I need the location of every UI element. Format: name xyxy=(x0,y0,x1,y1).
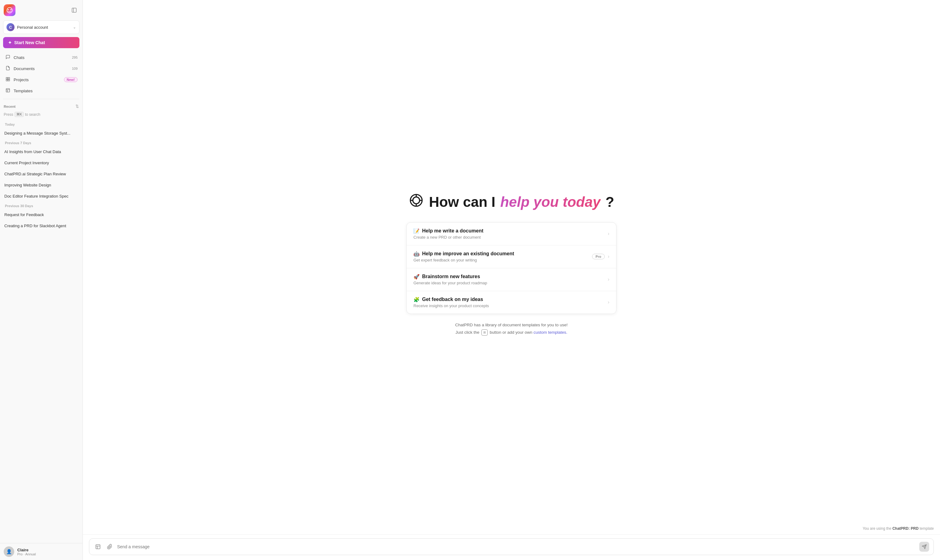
chat-item[interactable]: Designing a Message Storage Syst... ⋯ xyxy=(1,128,81,138)
sidebar-item-documents[interactable]: Documents 109 xyxy=(2,63,81,74)
chat-item[interactable]: Request for Feedback ⋯ xyxy=(1,209,81,220)
write-doc-subtitle: Create a new PRD or other document xyxy=(414,235,483,240)
templates-label: Templates xyxy=(14,89,33,93)
recent-sort-icon: ⇅ xyxy=(76,104,79,109)
action-card-brainstorm[interactable]: 🚀 Brainstorm new features Generate ideas… xyxy=(407,268,616,291)
action-card-get-feedback[interactable]: 🧩 Get feedback on my ideas Receive insig… xyxy=(407,291,616,314)
template-hint: ChatPRD has a library of document templa… xyxy=(455,322,568,337)
user-avatar: 👤 xyxy=(4,546,14,557)
template-hint-line2-prefix: Just click the xyxy=(455,330,479,335)
hero-highlight: help you today xyxy=(500,194,601,210)
improve-doc-title: Help me improve an existing document xyxy=(422,251,514,257)
chevron-right-icon: › xyxy=(608,254,610,259)
chat-item-title: ChatPRD.ai Strategic Plan Review xyxy=(4,172,71,176)
svg-point-1 xyxy=(8,9,9,10)
svg-rect-5 xyxy=(6,77,8,79)
recent-label: Recent xyxy=(4,105,15,108)
search-shortcut-key: ⌘K xyxy=(14,112,24,117)
chevron-right-icon: › xyxy=(608,231,610,237)
action-card-improve-document[interactable]: 🤖 Help me improve an existing document G… xyxy=(407,245,616,268)
chat-item-title: Designing a Message Storage Syst... xyxy=(4,131,71,135)
chevron-right-icon: › xyxy=(608,277,610,282)
custom-templates-link[interactable]: custom templates. xyxy=(534,330,568,335)
chat-item-title: Creating a PRD for Slackbot Agent xyxy=(4,223,71,228)
template-icon: ⊞ xyxy=(482,329,488,335)
footer-prefix: You are using the xyxy=(863,526,892,531)
chat-item[interactable]: Doc Editor Feature Integration Spec ⋯ xyxy=(1,191,81,202)
nav-items: Chats 295 Documents 109 Projects New! xyxy=(0,52,82,96)
time-group-30days: Previous 30 Days xyxy=(1,202,81,209)
svg-rect-8 xyxy=(8,79,9,81)
pro-badge: Pro xyxy=(592,254,604,259)
time-group-7days: Previous 7 Days xyxy=(1,138,81,146)
recent-section-header: Recent ⇅ xyxy=(0,102,82,110)
recent-list: Today Designing a Message Storage Syst..… xyxy=(0,120,82,543)
app-logo xyxy=(4,4,15,16)
template-picker-button[interactable] xyxy=(94,542,102,551)
start-new-chat-label: Start New Chat xyxy=(14,40,45,45)
svg-rect-7 xyxy=(6,79,8,81)
time-group-today: Today xyxy=(1,120,81,128)
hero-prefix: How can I xyxy=(429,194,495,210)
write-doc-title: Help me write a document xyxy=(422,228,483,234)
sidebar-footer: 👤 Claire Pro · Annual xyxy=(0,543,82,560)
chats-label: Chats xyxy=(14,55,25,60)
projects-new-badge: New! xyxy=(64,77,77,82)
attachment-button[interactable] xyxy=(105,542,114,551)
chat-item-title: Request for Feedback xyxy=(4,212,71,217)
chat-item[interactable]: Improving Website Design ⋯ xyxy=(1,179,81,191)
account-selector[interactable]: C Personal account ⌄ xyxy=(3,20,79,34)
chat-item-title: Doc Editor Feature Integration Spec xyxy=(4,194,71,198)
chats-count: 295 xyxy=(72,55,77,59)
chat-item[interactable]: Creating a PRD for Slackbot Agent ⋯ xyxy=(1,220,81,231)
hero-logo xyxy=(409,192,424,211)
chat-item[interactable]: ChatPRD.ai Strategic Plan Review ⋯ xyxy=(1,168,81,179)
user-plan: Pro · Annual xyxy=(17,552,36,556)
action-card-write-document[interactable]: 📝 Help me write a document Create a new … xyxy=(407,223,616,245)
chat-item[interactable]: Current Project Inventory ⋯ xyxy=(1,157,81,168)
action-cards-container: 📝 Help me write a document Create a new … xyxy=(406,222,616,314)
svg-rect-3 xyxy=(72,8,76,12)
sidebar-toggle-button[interactable] xyxy=(69,6,79,15)
documents-label: Documents xyxy=(14,66,35,71)
brainstorm-title: Brainstorm new features xyxy=(422,274,480,279)
improve-doc-emoji: 🤖 xyxy=(414,251,420,257)
chat-input-container xyxy=(89,538,934,555)
plus-icon: ✦ xyxy=(8,40,12,45)
sidebar-item-projects[interactable]: Projects New! xyxy=(2,74,81,85)
chat-item-title: Improving Website Design xyxy=(4,183,71,188)
improve-doc-subtitle: Get expert feedback on your writing xyxy=(414,258,514,262)
footer-suffix: template xyxy=(920,526,934,531)
projects-icon xyxy=(5,77,11,82)
search-hint-suffix: to search xyxy=(25,112,40,117)
brainstorm-emoji: 🚀 xyxy=(414,274,420,280)
main-footer: You are using the ChatPRD: PRD template xyxy=(83,523,940,534)
svg-point-2 xyxy=(11,9,12,10)
chevron-right-icon: › xyxy=(608,300,610,305)
send-button[interactable] xyxy=(919,542,929,552)
chevron-down-icon: ⌄ xyxy=(73,25,76,29)
write-doc-emoji: 📝 xyxy=(414,228,420,234)
template-hint-line2-suffix: button or add your own xyxy=(490,330,533,335)
chat-input[interactable] xyxy=(117,544,916,549)
footer-template-name: ChatPRD: PRD xyxy=(892,526,919,531)
brainstorm-subtitle: Generate ideas for your product roadmap xyxy=(414,281,487,285)
account-name: Personal account xyxy=(17,25,71,30)
svg-rect-9 xyxy=(6,89,9,92)
hero-title: How can I help you today? xyxy=(409,192,614,211)
start-new-chat-button[interactable]: ✦ Start New Chat xyxy=(3,37,79,48)
sidebar-header xyxy=(0,0,82,19)
svg-rect-18 xyxy=(96,545,100,549)
chat-item-title: AI Insights from User Chat Data xyxy=(4,149,71,154)
get-feedback-emoji: 🧩 xyxy=(414,297,420,303)
template-hint-line1: ChatPRD has a library of document templa… xyxy=(455,322,568,329)
search-hint: Press ⌘K to search xyxy=(0,110,82,120)
svg-rect-6 xyxy=(8,77,9,79)
get-feedback-title: Get feedback on my ideas xyxy=(422,297,483,302)
sidebar-item-chats[interactable]: Chats 295 xyxy=(2,52,81,63)
chat-item-title: Current Project Inventory xyxy=(4,160,71,165)
chat-icon xyxy=(5,55,11,60)
chat-item[interactable]: AI Insights from User Chat Data ⋯ xyxy=(1,146,81,157)
sidebar-item-templates[interactable]: Templates xyxy=(2,85,81,96)
main-content: How can I help you today? 📝 Help me writ… xyxy=(83,0,940,523)
